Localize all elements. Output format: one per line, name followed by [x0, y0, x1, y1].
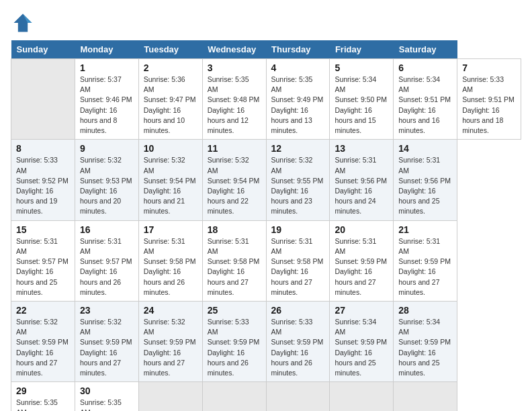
header-saturday: Saturday: [394, 40, 457, 59]
sunrise: Sunrise: 5:33 AM: [208, 318, 249, 336]
day-info: Sunrise: 5:32 AM Sunset: 9:59 PM Dayligh…: [80, 317, 134, 378]
daylight: Daylight: 16 hours and 22 minutes.: [208, 187, 249, 215]
day-number: 19: [271, 224, 325, 235]
day-info: Sunrise: 5:32 AM Sunset: 9:55 PM Dayligh…: [271, 155, 325, 216]
day-number: 16: [80, 224, 134, 235]
day-info: Sunrise: 5:32 AM Sunset: 9:59 PM Dayligh…: [16, 317, 70, 378]
daylight: Daylight: 16 hours and 18 minutes.: [462, 106, 503, 134]
day-cell: [330, 382, 394, 411]
day-number: 11: [208, 143, 261, 154]
day-number: 13: [335, 143, 388, 154]
sunrise: Sunrise: 5:31 AM: [335, 237, 376, 255]
sunrise: Sunrise: 5:31 AM: [16, 237, 58, 255]
sunrise: Sunrise: 5:31 AM: [335, 156, 376, 174]
day-number: 15: [16, 224, 70, 235]
daylight: Daylight: 16 hours and 24 minutes.: [335, 187, 375, 215]
sunset: Sunset: 9:52 PM: [16, 177, 69, 185]
sunset: Sunset: 9:54 PM: [208, 177, 260, 185]
logo: [11, 11, 39, 35]
day-cell: 8 Sunrise: 5:33 AM Sunset: 9:52 PM Dayli…: [11, 140, 75, 220]
day-cell: 4 Sunrise: 5:35 AM Sunset: 9:49 PM Dayli…: [266, 59, 330, 140]
day-number: 23: [80, 305, 134, 316]
day-info: Sunrise: 5:34 AM Sunset: 9:59 PM Dayligh…: [335, 317, 388, 378]
sunset: Sunset: 9:54 PM: [144, 177, 196, 185]
day-info: Sunrise: 5:34 AM Sunset: 9:59 PM Dayligh…: [398, 317, 452, 378]
day-info: Sunrise: 5:31 AM Sunset: 9:56 PM Dayligh…: [335, 155, 388, 216]
sunset: Sunset: 9:46 PM: [80, 95, 132, 103]
day-info: Sunrise: 5:33 AM Sunset: 9:59 PM Dayligh…: [208, 317, 261, 378]
daylight: Daylight: 16 hours and 27 minutes.: [144, 349, 185, 377]
sunrise: Sunrise: 5:32 AM: [80, 318, 122, 336]
daylight: Daylight: 16 hours and 27 minutes.: [335, 267, 375, 295]
day-info: Sunrise: 5:31 AM Sunset: 9:58 PM Dayligh…: [208, 236, 261, 298]
sunset: Sunset: 9:55 PM: [271, 177, 324, 185]
week-row-3: 15 Sunrise: 5:31 AM Sunset: 9:57 PM Dayl…: [11, 220, 521, 301]
day-info: Sunrise: 5:35 AM Sunset: 9:59 PM Dayligh…: [16, 398, 70, 411]
daylight: Daylight: 16 hours and 21 minutes.: [144, 187, 185, 215]
day-cell: 10 Sunrise: 5:32 AM Sunset: 9:54 PM Dayl…: [138, 140, 202, 220]
sunrise: Sunrise: 5:34 AM: [398, 318, 440, 336]
sunset: Sunset: 9:49 PM: [271, 95, 324, 103]
sunset: Sunset: 9:50 PM: [335, 95, 387, 103]
day-number: 6: [398, 62, 452, 73]
day-cell: 26 Sunrise: 5:33 AM Sunset: 9:59 PM Dayl…: [266, 301, 330, 381]
daylight: Daylight: 16 hours and 13 minutes.: [271, 106, 312, 134]
sunrise: Sunrise: 5:33 AM: [462, 75, 504, 93]
day-number: 1: [80, 62, 134, 73]
sunrise: Sunrise: 5:33 AM: [16, 156, 58, 174]
day-cell: 23 Sunrise: 5:32 AM Sunset: 9:59 PM Dayl…: [75, 301, 138, 381]
day-number: 25: [208, 305, 261, 316]
sunset: Sunset: 9:56 PM: [398, 177, 451, 185]
sunset: Sunset: 9:47 PM: [144, 95, 196, 103]
sunrise: Sunrise: 5:31 AM: [398, 237, 440, 255]
day-cell: 15 Sunrise: 5:31 AM Sunset: 9:57 PM Dayl…: [11, 220, 75, 301]
day-info: Sunrise: 5:35 AM Sunset: 9:48 PM Dayligh…: [208, 75, 261, 136]
header-wednesday: Wednesday: [202, 40, 266, 59]
day-number: 4: [271, 62, 325, 73]
day-number: 20: [335, 224, 388, 235]
sunrise: Sunrise: 5:34 AM: [335, 75, 376, 93]
daylight: Daylight: 16 hours and 25 minutes.: [398, 187, 439, 215]
day-cell: 17 Sunrise: 5:31 AM Sunset: 9:58 PM Dayl…: [138, 220, 202, 301]
day-number: 7: [462, 62, 516, 73]
daylight: Daylight: 16 hours and 20 minutes.: [80, 187, 121, 215]
calendar-table: SundayMondayTuesdayWednesdayThursdayFrid…: [11, 40, 521, 411]
day-info: Sunrise: 5:31 AM Sunset: 9:58 PM Dayligh…: [144, 236, 197, 298]
day-cell: 7 Sunrise: 5:33 AM Sunset: 9:51 PM Dayli…: [457, 59, 521, 140]
day-cell: 14 Sunrise: 5:31 AM Sunset: 9:56 PM Dayl…: [394, 140, 457, 220]
day-info: Sunrise: 5:32 AM Sunset: 9:59 PM Dayligh…: [144, 317, 197, 378]
day-number: 5: [335, 62, 388, 73]
header-thursday: Thursday: [266, 40, 330, 59]
sunrise: Sunrise: 5:35 AM: [16, 398, 58, 411]
day-info: Sunrise: 5:31 AM Sunset: 9:59 PM Dayligh…: [398, 236, 452, 298]
header-tuesday: Tuesday: [138, 40, 202, 59]
day-cell: 9 Sunrise: 5:32 AM Sunset: 9:53 PM Dayli…: [75, 140, 138, 220]
week-row-1: 1 Sunrise: 5:37 AM Sunset: 9:46 PM Dayli…: [11, 59, 521, 140]
sunset: Sunset: 9:57 PM: [16, 257, 69, 265]
day-info: Sunrise: 5:32 AM Sunset: 9:54 PM Dayligh…: [208, 155, 261, 216]
sunrise: Sunrise: 5:35 AM: [208, 75, 249, 93]
sunrise: Sunrise: 5:31 AM: [144, 237, 185, 255]
sunrise: Sunrise: 5:31 AM: [80, 237, 122, 255]
sunset: Sunset: 9:57 PM: [80, 257, 132, 265]
day-cell: 16 Sunrise: 5:31 AM Sunset: 9:57 PM Dayl…: [75, 220, 138, 301]
daylight: Daylight: 16 hours and 15 minutes.: [335, 106, 375, 134]
week-row-5: 29 Sunrise: 5:35 AM Sunset: 9:59 PM Dayl…: [11, 382, 521, 411]
day-number: 27: [335, 305, 388, 316]
daylight: Daylight: 16 hours and 10 minutes.: [144, 106, 185, 134]
day-cell: 29 Sunrise: 5:35 AM Sunset: 9:59 PM Dayl…: [11, 382, 75, 411]
daylight: Daylight: 16 hours and 19 minutes.: [16, 187, 57, 215]
header-sunday: Sunday: [11, 40, 75, 59]
day-number: 21: [398, 224, 452, 235]
header-friday: Friday: [330, 40, 394, 59]
day-cell: 28 Sunrise: 5:34 AM Sunset: 9:59 PM Dayl…: [394, 301, 457, 381]
day-number: 18: [208, 224, 261, 235]
sunrise: Sunrise: 5:31 AM: [208, 237, 249, 255]
sunset: Sunset: 9:56 PM: [335, 177, 387, 185]
sunset: Sunset: 9:58 PM: [144, 257, 196, 265]
daylight: Daylight: 16 hours and 12 minutes.: [208, 106, 249, 134]
day-number: 30: [80, 385, 134, 396]
sunrise: Sunrise: 5:32 AM: [271, 156, 313, 174]
day-number: 22: [16, 305, 70, 316]
sunrise: Sunrise: 5:36 AM: [144, 75, 185, 93]
